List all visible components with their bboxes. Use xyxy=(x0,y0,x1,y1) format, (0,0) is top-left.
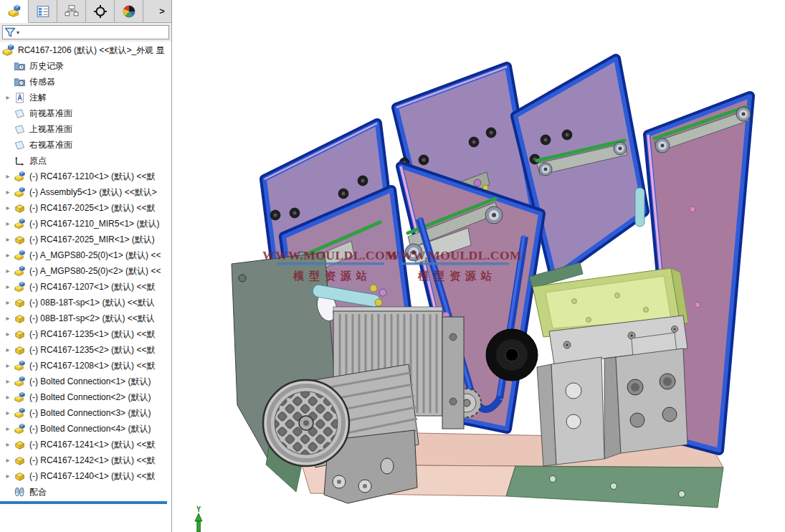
assembly-icon xyxy=(14,376,26,388)
tree-item[interactable]: 右视基准面 xyxy=(0,137,171,153)
tree-item[interactable]: ▸(-) RC4167-1240<1> (默认) <<默 xyxy=(0,468,171,484)
part-icon xyxy=(14,234,26,246)
annotations-icon xyxy=(14,92,26,104)
tree-item[interactable]: ▸(-) 08B-18T-sp<2> (默认) <<默认 xyxy=(0,310,171,326)
watermark-url-text: WWW.MOULDL.COM xyxy=(262,248,397,262)
assembly-icon xyxy=(14,281,26,293)
tab-feature-tree[interactable] xyxy=(0,0,29,23)
filter-box[interactable]: ▾ xyxy=(2,25,169,39)
tab-configuration-manager[interactable] xyxy=(57,0,86,22)
assembly-icon xyxy=(14,360,26,372)
expand-arrow-icon[interactable]: ▸ xyxy=(2,342,14,358)
expand-arrow-icon[interactable]: ▸ xyxy=(2,358,14,374)
part-icon xyxy=(14,455,26,467)
expand-arrow-icon[interactable]: ▸ xyxy=(2,247,14,263)
part-icon xyxy=(14,297,26,309)
assembly-icon xyxy=(14,423,26,435)
tree-item[interactable]: ▸(-) RC4167-2025_MIR<1> (默认) xyxy=(0,232,171,247)
motor-fan-grille xyxy=(263,380,349,466)
tree-item[interactable]: ▸(-) RC4167-1210<1> (默认) <<默 xyxy=(0,168,171,184)
tree-item[interactable]: ▸(-) Assembly5<1> (默认) <<默认> xyxy=(0,184,171,200)
feature-manager-panel: > ▾ RC4167-1206 (默认) <<默认>_外观 显 历史记录 传感器… xyxy=(0,0,172,532)
expand-arrow-icon[interactable]: ▸ xyxy=(2,168,14,184)
model-view[interactable]: WWW.MOULDL.COM 模型资源站 WWW.MOULDL.COM 模型资源… xyxy=(172,0,785,532)
tree-item[interactable]: ▸(-) RC4167-1242<1> (默认) <<默 xyxy=(0,452,171,468)
origin-icon xyxy=(14,155,26,167)
configuration-manager-icon xyxy=(65,4,79,19)
expand-arrow-icon[interactable]: ▸ xyxy=(2,310,14,326)
tree-item[interactable]: ▸(-) RC4167-1208<1> (默认) <<默 xyxy=(0,358,171,374)
solidworks-window: > ▾ RC4167-1206 (默认) <<默认>_外观 显 历史记录 传感器… xyxy=(0,0,785,532)
assembly-icon xyxy=(14,391,26,404)
y-axis-label: Y xyxy=(196,505,201,513)
belt-pulley[interactable] xyxy=(486,329,538,381)
plane-icon xyxy=(14,108,26,120)
tree-item[interactable]: ▸(-) Bolted Connection<3> (默认) xyxy=(0,405,171,421)
tabs-overflow-button[interactable]: > xyxy=(153,0,171,22)
tree-item[interactable]: 原点 xyxy=(0,153,171,168)
watermark-site-text: 模型资源站 xyxy=(292,270,372,282)
tab-dimxpert[interactable] xyxy=(86,0,115,22)
y-axis-arrow-icon xyxy=(195,513,202,521)
expand-arrow-icon[interactable]: ▸ xyxy=(2,405,14,421)
tree-item[interactable]: ▸注解 xyxy=(0,90,171,105)
tree-item[interactable]: 配合 xyxy=(0,484,171,500)
part-icon xyxy=(14,344,26,356)
expand-arrow-icon[interactable]: ▸ xyxy=(2,326,14,342)
tree-item[interactable]: ▸(-) A_MGPS80-25(0)<1> (默认) << xyxy=(0,247,171,263)
tree-item[interactable]: ▸(-) RC4167-1235<2> (默认) <<默 xyxy=(0,342,171,358)
part-icon xyxy=(14,439,26,451)
tree-item[interactable]: 前视基准面 xyxy=(0,105,171,121)
tree-item-root[interactable]: RC4167-1206 (默认) <<默认>_外观 显 xyxy=(0,42,171,58)
rollback-bar[interactable] xyxy=(0,501,167,504)
expand-arrow-icon[interactable]: ▸ xyxy=(2,374,14,389)
tree-item[interactable]: 传感器 xyxy=(0,74,171,90)
filter-input[interactable] xyxy=(19,26,168,39)
tree-item[interactable]: ▸(-) Bolted Connection<2> (默认) xyxy=(0,389,171,405)
graphics-area[interactable]: WWW.MOULDL.COM 模型资源站 WWW.MOULDL.COM 模型资源… xyxy=(172,0,785,532)
tree-item[interactable]: ▸(-) RC4167-1210_MIR5<1> (默认) xyxy=(0,216,171,232)
expand-arrow-icon[interactable]: ▸ xyxy=(2,184,14,200)
tree-item[interactable]: ▸(-) A_MGPS80-25(0)<2> (默认) << xyxy=(0,263,171,279)
assembly-icon xyxy=(14,407,26,419)
expand-arrow-icon[interactable]: ▸ xyxy=(2,468,14,484)
tree-item[interactable]: ▸(-) RC4167-1235<1> (默认) <<默 xyxy=(0,326,171,342)
tree-item[interactable]: ▸(-) RC4167-1207<1> (默认) <<默 xyxy=(0,279,171,295)
plane-icon xyxy=(14,123,26,136)
tree-item[interactable]: ▸(-) RC4167-2025<1> (默认) <<默 xyxy=(0,200,171,216)
part-icon xyxy=(14,202,26,214)
guide-rod[interactable] xyxy=(635,188,644,227)
dimxpert-target-icon xyxy=(93,4,108,19)
mates-paperclip-icon xyxy=(14,486,26,498)
expand-arrow-icon[interactable]: ▸ xyxy=(2,200,14,216)
expand-arrow-icon[interactable]: ▸ xyxy=(2,452,14,468)
assembly-icon xyxy=(14,218,26,230)
tab-display-manager[interactable] xyxy=(115,0,143,22)
tree-item[interactable]: ▸(-) Bolted Connection<4> (默认) xyxy=(0,421,171,437)
expand-arrow-icon[interactable]: ▸ xyxy=(2,279,14,295)
filter-row: ▾ xyxy=(0,23,171,42)
expand-arrow-icon[interactable]: ▸ xyxy=(2,389,14,405)
plane-icon xyxy=(14,139,26,151)
tree-item[interactable]: 上视基准面 xyxy=(0,121,171,137)
expand-arrow-icon[interactable]: ▸ xyxy=(2,263,14,279)
tab-property-manager[interactable] xyxy=(29,0,57,22)
expand-arrow-icon[interactable]: ▸ xyxy=(2,421,14,437)
part-icon xyxy=(14,328,26,341)
watermark-site-text: 模型资源站 xyxy=(417,270,497,282)
expand-arrow-icon[interactable]: ▸ xyxy=(2,295,14,310)
tree-item[interactable]: ▸(-) 08B-18T-sp<1> (默认) <<默认 xyxy=(0,295,171,310)
expand-arrow-icon[interactable]: ▸ xyxy=(2,232,14,247)
tree-item[interactable]: ▸(-) RC4167-1241<1> (默认) <<默 xyxy=(0,437,171,452)
tree-item[interactable]: ▸(-) Bolted Connection<1> (默认) xyxy=(0,374,171,389)
tree-item[interactable]: 历史记录 xyxy=(0,58,171,74)
filter-funnel-icon[interactable] xyxy=(4,27,16,38)
assembly-icon xyxy=(14,186,26,199)
expand-arrow-icon[interactable]: ▸ xyxy=(2,216,14,232)
expand-arrow-icon[interactable]: ▸ xyxy=(2,437,14,452)
part-icon xyxy=(14,313,26,325)
assembly-tree-icon xyxy=(7,4,22,19)
expand-arrow-icon[interactable]: ▸ xyxy=(2,90,14,105)
assembly-icon xyxy=(14,265,26,277)
display-manager-ball-icon xyxy=(122,4,136,19)
